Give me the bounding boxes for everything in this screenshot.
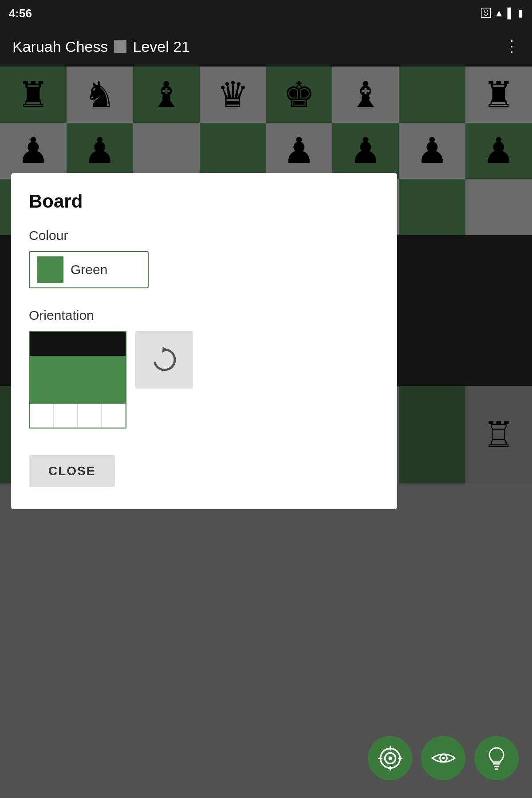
board-settings-dialog: Board Colour Green Orientation xyxy=(11,173,397,509)
mini-cell xyxy=(54,332,78,356)
rotate-orientation-button[interactable] xyxy=(135,331,193,389)
wifi-icon: ▲ xyxy=(494,8,504,19)
orientation-row xyxy=(29,331,379,428)
orientation-mini-board[interactable] xyxy=(29,331,126,428)
fab-container xyxy=(368,736,519,780)
mini-board-row-1 xyxy=(30,332,126,356)
mini-cell xyxy=(30,380,54,404)
colour-name: Green xyxy=(71,262,107,277)
mini-cell xyxy=(102,380,126,404)
svg-point-9 xyxy=(442,757,445,759)
target-icon xyxy=(378,746,402,770)
mini-board-row-4 xyxy=(30,404,126,428)
colour-swatch xyxy=(37,256,63,283)
mini-cell xyxy=(30,332,54,356)
dialog-title: Board xyxy=(29,191,379,212)
bulb-fab[interactable] xyxy=(474,736,519,780)
bulb-icon xyxy=(487,746,506,770)
sim-icon: 🅂 xyxy=(481,8,491,19)
signal-icon: ▌ xyxy=(507,8,514,19)
rotate-icon xyxy=(149,344,180,375)
level-box xyxy=(114,40,126,53)
mini-cell xyxy=(54,380,78,404)
mini-cell xyxy=(78,356,102,380)
mini-cell xyxy=(102,332,126,356)
svg-marker-0 xyxy=(160,345,168,353)
more-options-button[interactable]: ⋮ xyxy=(504,37,520,56)
mini-cell xyxy=(78,380,102,404)
colour-label: Colour xyxy=(29,228,379,243)
level-label: Level 21 xyxy=(133,38,190,55)
eye-fab[interactable] xyxy=(421,736,465,780)
target-fab[interactable] xyxy=(368,736,412,780)
mini-cell xyxy=(54,404,78,428)
close-button[interactable]: CLOSE xyxy=(29,455,115,487)
mini-cell xyxy=(102,404,126,428)
mini-cell xyxy=(30,356,54,380)
app-bar-title: Karuah Chess Level 21 xyxy=(12,38,190,55)
mini-cell xyxy=(30,404,54,428)
eye-icon xyxy=(431,749,456,767)
mini-cell xyxy=(78,404,102,428)
colour-selector[interactable]: Green xyxy=(29,251,149,288)
battery-icon: ▮ xyxy=(518,8,523,19)
status-time: 4:56 xyxy=(9,7,32,20)
status-bar: 4:56 🅂 ▲ ▌ ▮ xyxy=(0,0,532,27)
mini-cell xyxy=(102,356,126,380)
app-name-label: Karuah Chess xyxy=(12,38,108,55)
svg-point-3 xyxy=(388,756,392,760)
mini-board-row-2 xyxy=(30,356,126,380)
orientation-label: Orientation xyxy=(29,308,379,323)
mini-board-row-3 xyxy=(30,380,126,404)
app-bar: Karuah Chess Level 21 ⋮ xyxy=(0,27,532,67)
mini-cell xyxy=(54,356,78,380)
mini-cell xyxy=(78,332,102,356)
status-icons: 🅂 ▲ ▌ ▮ xyxy=(481,8,523,19)
